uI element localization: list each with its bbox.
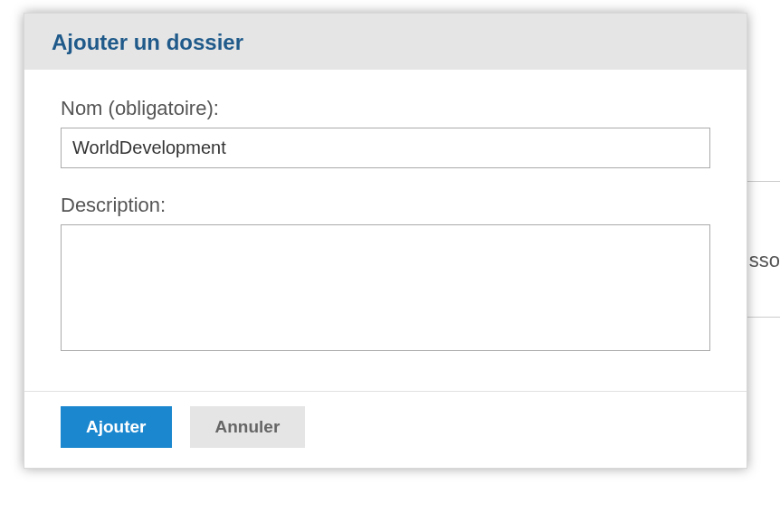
background-divider [744, 181, 780, 182]
description-textarea[interactable] [61, 224, 710, 351]
dialog-title: Ajouter un dossier [52, 30, 719, 55]
submit-button[interactable]: Ajouter [61, 406, 172, 448]
dialog-header: Ajouter un dossier [24, 14, 747, 70]
add-folder-dialog: Ajouter un dossier Nom (obligatoire): De… [24, 13, 747, 469]
name-input[interactable] [61, 128, 710, 168]
name-label: Nom (obligatoire): [61, 97, 710, 120]
background-divider-2 [744, 317, 780, 318]
description-label: Description: [61, 194, 710, 217]
cancel-button[interactable]: Annuler [190, 406, 306, 448]
dialog-footer: Ajouter Annuler [24, 391, 747, 468]
dialog-body: Nom (obligatoire): Description: [24, 70, 747, 391]
background-partial-text: sso [749, 249, 780, 272]
